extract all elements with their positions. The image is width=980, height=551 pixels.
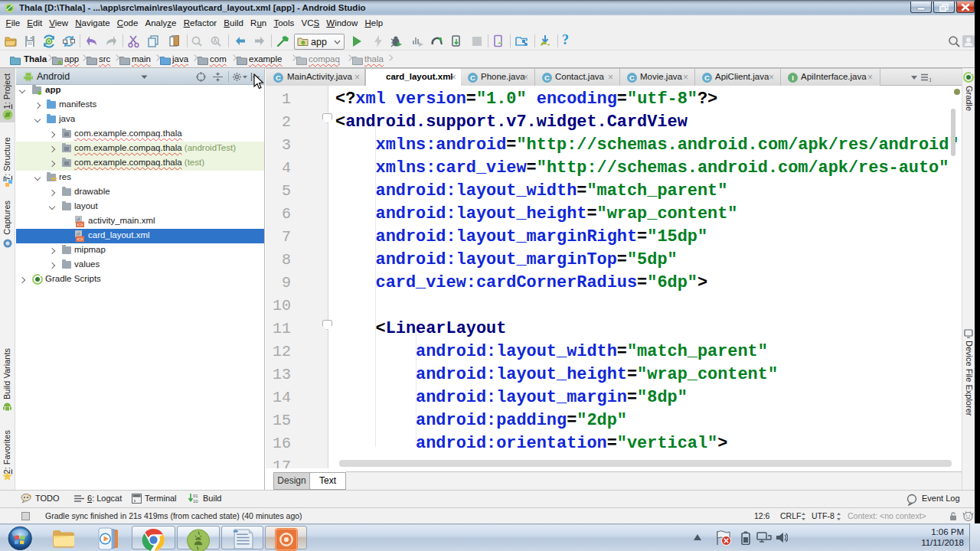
svg-text:01: 01	[193, 494, 198, 498]
svg-text:1: 1	[929, 77, 931, 83]
svg-text:10: 10	[193, 499, 198, 504]
svg-text:<>: <>	[77, 237, 83, 243]
svg-text:<>: <>	[77, 223, 83, 228]
